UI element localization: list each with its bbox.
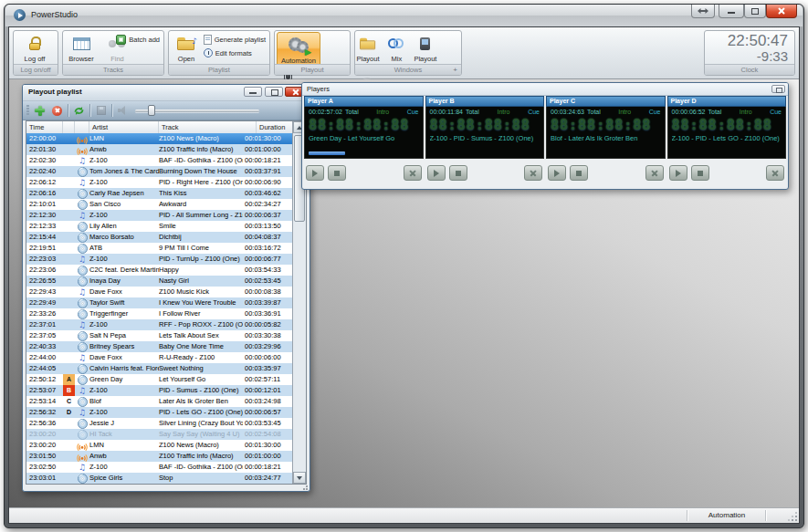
row-time: 22:00:00 [26,133,63,144]
player-play-button[interactable] [427,165,446,181]
row-duration: 00:03:37:91 [243,166,292,177]
maximize-button[interactable] [744,5,766,18]
player-play-button[interactable] [548,165,566,181]
browser-button[interactable]: Browser [63,31,100,63]
players-collapse-button[interactable] [771,85,785,93]
row-track: Baby One More Time [159,341,243,352]
edit-formats-button[interactable]: Edit formats [204,48,252,57]
switch-window-button[interactable] [691,5,715,18]
player-eject-button[interactable] [766,165,784,181]
playlist-row[interactable]: 22:44:00♫Dave FoxxR-U-Ready - Z10000:00:… [26,352,292,363]
refresh-playlist-button[interactable] [72,104,86,118]
playlist-minimize-button[interactable] [244,87,262,97]
playlist-row[interactable]: 22:12:33Lily AllenSmile00:03:13:50 [26,221,292,232]
playlist-row[interactable]: 22:02:40Tom Jones & The Cardiga...Burnin… [26,166,292,177]
group-overflow-button[interactable]: + [453,65,457,75]
row-player-badge: D [63,407,75,418]
playlist-row[interactable]: 22:02:30♫Z-100BAF -ID- Gothika - Z100 (O… [26,155,292,166]
player-eject-button[interactable] [645,165,664,181]
playlist-row[interactable]: 22:00:00LMNZ100 News (Macro)00:01:30:00 [26,133,292,144]
automation-button[interactable]: ▶ Automation [277,32,320,67]
playlist-row[interactable]: 23:00:20HI TackSay Say Say (Waiting 4 U)… [26,429,292,440]
row-track: Z100 News (Macro) [159,440,243,451]
playlist-titlebar[interactable]: Playout playlist [23,85,310,101]
player-track-title: Z-100 - PID - Lets GO - Z100 (One) [672,134,782,142]
row-player-badge: A [63,374,75,385]
row-artist: LMN [89,440,159,451]
row-type-icon [75,188,89,199]
row-player-badge [63,308,75,319]
playlist-row[interactable]: 22:53:07B♫Z-100PID - Sumus - Z100 (One)0… [26,385,292,396]
player-stop-button[interactable] [449,165,467,181]
minimize-button[interactable] [719,5,744,18]
playlist-row[interactable]: 22:37:01♫Z-100RFF - Pop ROXX - Z100 (One… [26,319,292,330]
playlist-row[interactable]: 22:12:30♫Z-100PID - All Summer Long - Z1… [26,210,292,221]
row-artist: LMN [89,133,159,144]
row-time: 22:19:51 [26,243,63,254]
save-playlist-button[interactable] [94,104,108,118]
row-time: 22:12:33 [26,221,63,232]
playlist-row[interactable]: 22:06:12♫Z-100PID - Right Here - Z100 (O… [26,177,292,188]
column-header-track[interactable]: Track [159,121,257,133]
toolbar-grip[interactable] [26,105,29,116]
playlist-row[interactable]: 22:23:03♫Z-100PID - TurnUp - Z100 (One)0… [26,254,292,265]
row-type-icon [75,265,89,276]
playlist-row[interactable]: 22:29:43♫Dave FoxxZ100 Music Kick00:00:0… [26,287,292,297]
delete-track-button[interactable] [50,104,64,118]
playlist-row[interactable]: 22:37:05Salt N PepaLets Talk About Sex00… [26,330,292,341]
playlist-row[interactable]: 22:06:16Carly Rae JepsenThis Kiss00:03:4… [26,188,292,199]
playlist-row[interactable]: 22:44:05Calvin Harris feat. Florenc...Sw… [26,363,292,374]
playlist-row[interactable]: 22:23:06C2C feat. Derek MartinHappy00:03… [26,265,292,276]
player-total-time: 00:03:24:63 [551,109,584,116]
generate-playlist-button[interactable]: Generate playlist [204,35,266,45]
row-duration: 00:00:06:77 [243,254,292,265]
playlist-row[interactable]: 23:02:50♫Z-100BAF -ID- Gothika - Z100 (O… [26,462,292,473]
playlist-maximize-button[interactable] [265,87,283,97]
players-titlebar[interactable]: Players [302,83,788,96]
playlist-row[interactable]: 22:15:44Marco BorsatoDichtbij00:04:08:37 [26,232,292,243]
status-resize-grip[interactable] [789,513,797,521]
column-header-badge[interactable] [63,121,75,133]
playlist-row[interactable]: 22:40:33Britney SpearsBaby One More Time… [26,341,292,352]
scroll-down-button[interactable] [293,472,306,484]
add-track-button[interactable] [33,104,47,118]
playlist-row[interactable]: 22:56:36Jessie JSilver Lining (Crazy Bou… [26,418,292,429]
row-time: 23:00:20 [26,429,63,440]
player-play-button[interactable] [669,165,687,181]
player-play-button[interactable] [306,165,324,181]
close-button[interactable] [766,5,797,18]
player-stop-button[interactable] [691,165,709,181]
player-eject-button[interactable] [404,165,422,181]
playlist-row[interactable]: 23:01:50AnwbZ100 Traffic info (Macro)00:… [26,451,292,462]
playlist-row[interactable]: 23:03:01Spice GirlsStop00:03:24:77 [26,473,292,484]
stop-icon [576,171,582,176]
volume-thumb[interactable] [148,105,155,116]
playlist-row[interactable]: 22:50:12AGreen DayLet Yourself Go00:02:5… [26,374,292,385]
playlist-row[interactable]: 22:56:32D♫Z-100PID - Lets GO - Z100 (One… [26,407,292,418]
row-player-badge [63,177,75,188]
cd-icon [78,474,88,484]
batch-add-button[interactable]: Batch add [116,35,160,45]
player-stop-button[interactable] [328,165,346,181]
player-eject-button[interactable] [524,165,542,181]
volume-slider[interactable] [135,104,272,117]
play-icon [676,170,681,177]
resize-grip[interactable] [300,485,308,490]
playlist-row[interactable]: 22:19:51ATB9 PM Till I Come00:03:16:72 [26,243,292,254]
playlist-row[interactable]: 22:33:26TriggerfingerI Follow River00:03… [26,308,292,319]
playlist-row[interactable]: 22:10:01San CiscoAwkward00:02:34:27 [26,199,292,210]
playlist-row[interactable]: 23:00:20LMNZ100 News (Macro)00:01:30:00 [26,440,292,451]
playlist-row[interactable]: 22:26:55Inaya DayNasty Girl00:02:53:45 [26,276,292,287]
log-off-button[interactable]: Log off [14,31,56,63]
playlist-row[interactable]: 22:29:49Taylor SwiftI Knew You Were Trou… [26,297,292,308]
playlist-row[interactable]: 22:01:30AnwbZ100 Traffic info (Macro)00:… [26,144,292,155]
status-mode: Automation [691,508,762,522]
player-stop-button[interactable] [570,165,588,181]
column-header-icon[interactable] [75,121,89,133]
mute-button[interactable] [116,104,130,118]
row-artist: Spice Girls [89,473,159,484]
column-header-time[interactable]: Time [26,121,63,133]
row-type-icon [75,429,89,440]
playlist-row[interactable]: 22:53:14CBlofLater Als Ik Groter Ben00:0… [26,396,292,407]
column-header-artist[interactable]: Artist [89,121,159,133]
